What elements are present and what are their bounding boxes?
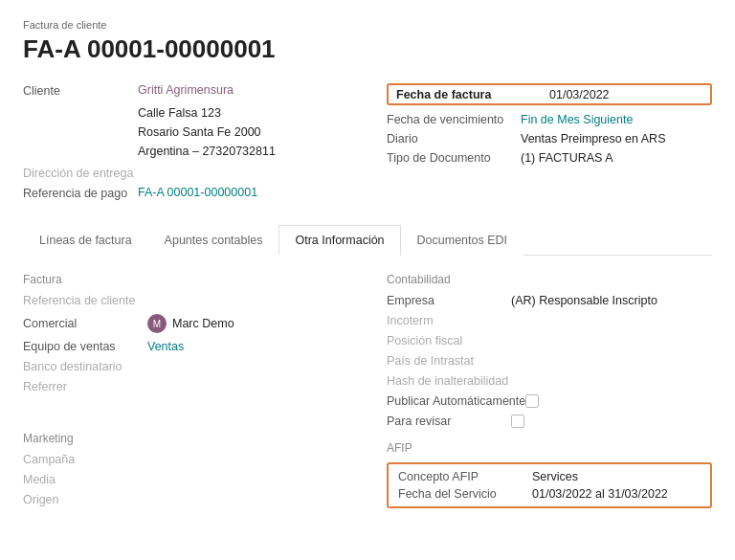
media-label: Media	[23, 473, 147, 486]
due-date-label: Fecha de vencimiento	[387, 113, 521, 126]
equipo-ventas-label: Equipo de ventas	[23, 340, 147, 353]
comercial-label: Comercial	[23, 317, 147, 330]
ref-cliente-label: Referencia de cliente	[23, 294, 147, 307]
para-revisar-label: Para revisar	[387, 414, 511, 428]
hash-label: Hash de inalterabilidad	[387, 374, 511, 388]
posicion-fiscal-label: Posición fiscal	[387, 334, 511, 347]
tab-apuntes[interactable]: Apuntes contables	[148, 225, 279, 256]
due-date-value[interactable]: Fin de Mes Siguiente	[521, 113, 633, 126]
journal-label: Diario	[387, 132, 521, 146]
section-contabilidad: Contabilidad	[387, 273, 712, 286]
section-factura: Factura	[23, 273, 348, 286]
campana-label: Campaña	[23, 453, 147, 466]
concepto-afip-label: Concepto AFIP	[398, 470, 532, 483]
invoice-date-label: Fecha de factura	[396, 87, 511, 101]
publicar-checkbox[interactable]	[525, 394, 539, 408]
tab-right-col: Contabilidad Empresa (AR) Responsable In…	[387, 273, 712, 513]
invoice-date-box: Fecha de factura 01/03/2022	[387, 83, 712, 105]
concepto-afip-value[interactable]: Services	[532, 470, 578, 483]
fecha-servicio-label: Fecha del Servicio	[398, 487, 532, 501]
client-label: Cliente	[23, 83, 138, 98]
payment-ref-value[interactable]: FA-A 00001-00000001	[138, 186, 257, 199]
publicar-label: Publicar Automáticamente	[387, 394, 525, 408]
section-afip: AFIP	[387, 441, 712, 455]
comercial-field[interactable]: M Marc Demo	[147, 314, 234, 333]
referrer-label: Referrer	[23, 380, 147, 393]
doc-type-value: (1) FACTURAS A	[521, 151, 613, 165]
tab-otra[interactable]: Otra Información	[278, 225, 400, 256]
tab-edi[interactable]: Documentos EDI	[401, 225, 523, 256]
journal-value: Ventas Preimpreso en ARS	[521, 132, 665, 146]
pais-intrastat-label: País de Intrastat	[387, 354, 511, 368]
section-marketing: Marketing	[23, 432, 348, 445]
empresa-label: Empresa	[387, 294, 511, 307]
client-name[interactable]: Gritti Agrimensura	[138, 83, 234, 97]
equipo-ventas-value[interactable]: Ventas	[147, 340, 184, 353]
afip-box: Concepto AFIP Services Fecha del Servici…	[387, 462, 712, 508]
page-title: FA-A 00001-00000001	[23, 34, 712, 64]
invoice-date-value[interactable]: 01/03/2022	[549, 88, 610, 101]
incoterm-label: Incoterm	[387, 314, 511, 327]
origen-label: Origen	[23, 493, 147, 506]
payment-ref-label: Referencia de pago	[23, 186, 138, 200]
client-address: Calle Falsa 123 Rosario Santa Fe 2000 Ar…	[138, 103, 348, 161]
tab-lineas[interactable]: Líneas de factura	[23, 225, 148, 256]
page-subtitle: Factura de cliente	[23, 19, 712, 31]
empresa-value[interactable]: (AR) Responsable Inscripto	[511, 294, 657, 307]
banco-label: Banco destinatario	[23, 360, 147, 373]
delivery-label: Dirección de entrega	[23, 167, 138, 180]
doc-type-label: Tipo de Documento	[387, 151, 521, 165]
tabs-bar: Líneas de factura Apuntes contables Otra…	[23, 225, 712, 256]
avatar: M	[147, 314, 167, 333]
para-revisar-checkbox[interactable]	[511, 414, 524, 428]
fecha-servicio-value[interactable]: 01/03/2022 al 31/03/2022	[532, 487, 668, 501]
tab-left-col: Factura Referencia de cliente Comercial …	[23, 273, 348, 513]
comercial-value: Marc Demo	[172, 317, 234, 330]
